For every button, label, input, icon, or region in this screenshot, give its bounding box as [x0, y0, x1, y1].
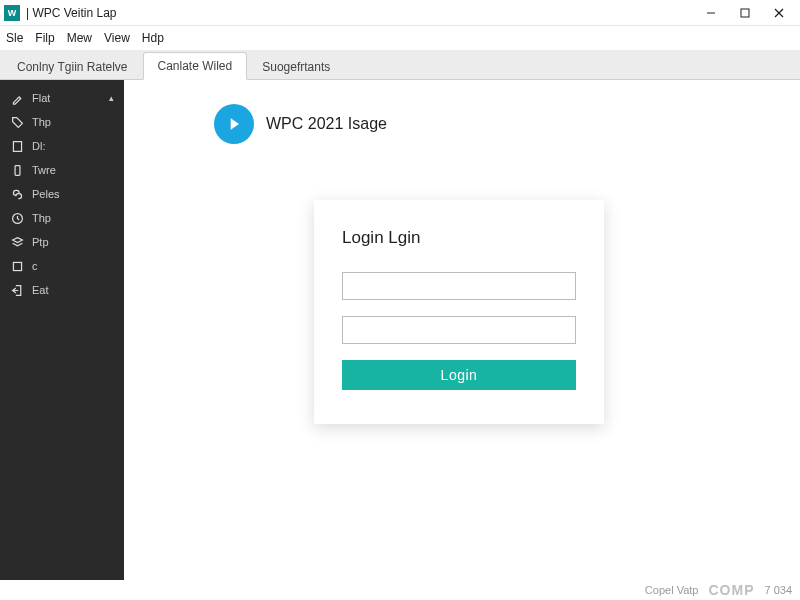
square-icon [10, 259, 24, 273]
tabbar: Conlny Tgiin Ratelve Canlate Wiled Suoge… [0, 50, 800, 80]
sidebar-item-thp[interactable]: Thp [0, 110, 124, 134]
sidebar-item-dl[interactable]: Dl: [0, 134, 124, 158]
sidebar-item-label: Peles [32, 188, 60, 200]
svg-rect-7 [13, 262, 21, 270]
maximize-button[interactable] [728, 0, 762, 26]
password-input[interactable] [342, 316, 576, 344]
login-heading: Login Lgin [342, 228, 576, 248]
body: Flat ▴ Thp Dl: Twre Peles Thp Ptp [0, 80, 800, 580]
svg-rect-1 [741, 9, 749, 17]
sidebar-item-label: c [32, 260, 38, 272]
tag-icon [10, 115, 24, 129]
sidebar-item-twre[interactable]: Twre [0, 158, 124, 182]
sidebar: Flat ▴ Thp Dl: Twre Peles Thp Ptp [0, 80, 124, 580]
sidebar-item-label: Thp [32, 116, 51, 128]
page-header: WPC 2021 Isage [214, 104, 770, 144]
sidebar-item-thp2[interactable]: Thp [0, 206, 124, 230]
clock-icon [10, 211, 24, 225]
close-button[interactable] [762, 0, 796, 26]
exit-icon [10, 283, 24, 297]
chevron-up-icon: ▴ [109, 93, 114, 103]
tab-suogef[interactable]: Suogefrtants [247, 53, 345, 80]
app-icon: W [4, 5, 20, 21]
phone-icon [10, 163, 24, 177]
menubar: Sle Filp Mew View Hdp [0, 26, 800, 50]
content: WPC 2021 Isage Login Lgin Login [124, 80, 800, 580]
window-controls [694, 0, 796, 26]
svg-rect-5 [15, 165, 20, 175]
status-right: 7 034 [764, 584, 792, 596]
page-icon [10, 139, 24, 153]
menu-item[interactable]: View [104, 31, 130, 45]
brush-icon [10, 91, 24, 105]
sidebar-item-label: Flat [32, 92, 50, 104]
sidebar-item-label: Dl: [32, 140, 45, 152]
login-button[interactable]: Login [342, 360, 576, 390]
sidebar-item-label: Ptp [32, 236, 49, 248]
sidebar-item-label: Twre [32, 164, 56, 176]
status-left: Copel Vatp [645, 584, 699, 596]
status-brand: COMP [708, 582, 754, 598]
sidebar-item-label: Eat [32, 284, 49, 296]
layers-icon [10, 235, 24, 249]
sidebar-item-label: Thp [32, 212, 51, 224]
sidebar-item-c[interactable]: c [0, 254, 124, 278]
titlebar: W | WPC Veitin Lap [0, 0, 800, 26]
tab-contny[interactable]: Conlny Tgiin Ratelve [2, 53, 143, 80]
statusbar: Copel Vatp COMP 7 034 [0, 580, 800, 600]
svg-rect-4 [13, 141, 21, 151]
menu-item[interactable]: Filp [35, 31, 54, 45]
username-input[interactable] [342, 272, 576, 300]
page-title: WPC 2021 Isage [266, 115, 387, 133]
arrow-right-icon[interactable] [214, 104, 254, 144]
window-title: | WPC Veitin Lap [26, 6, 694, 20]
menu-item[interactable]: Hdp [142, 31, 164, 45]
menu-item[interactable]: Mew [67, 31, 92, 45]
sidebar-item-peles[interactable]: Peles [0, 182, 124, 206]
sidebar-item-eat[interactable]: Eat [0, 278, 124, 302]
link-icon [10, 187, 24, 201]
minimize-button[interactable] [694, 0, 728, 26]
sidebar-item-flat[interactable]: Flat ▴ [0, 86, 124, 110]
sidebar-item-ptp[interactable]: Ptp [0, 230, 124, 254]
menu-item[interactable]: Sle [6, 31, 23, 45]
login-card: Login Lgin Login [314, 200, 604, 424]
tab-canlate[interactable]: Canlate Wiled [143, 52, 248, 80]
